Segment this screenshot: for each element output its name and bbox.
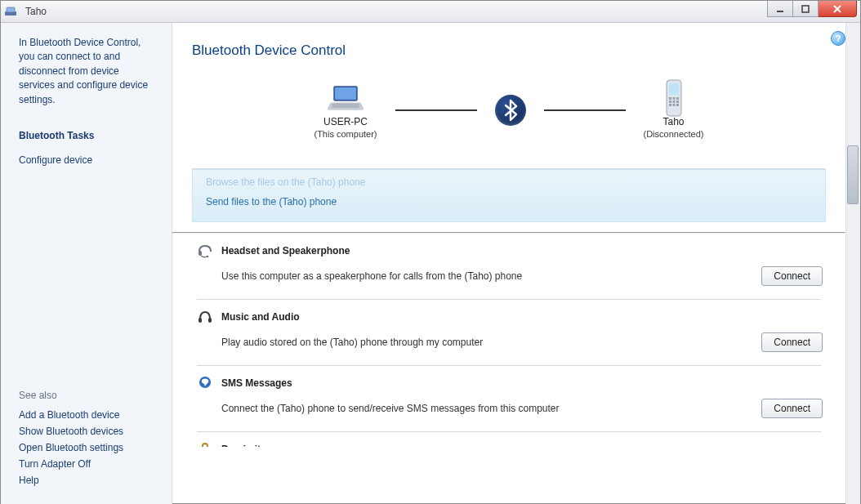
- maximize-button[interactable]: [793, 1, 819, 17]
- seealso-show-devices[interactable]: Show Bluetooth devices: [19, 426, 157, 437]
- headphones-icon: [197, 310, 213, 324]
- svg-rect-8: [669, 83, 679, 95]
- close-button[interactable]: [819, 1, 857, 17]
- window-title: Taho: [25, 6, 47, 17]
- service-proximity: Proximity Use the (Taho) as a proximity …: [192, 442, 826, 447]
- separator: [197, 431, 821, 432]
- scrollbar-track[interactable]: [845, 23, 860, 504]
- sidebar-link-configure[interactable]: Configure device: [19, 154, 157, 166]
- sidebar-section-tasks: Bluetooth Tasks: [19, 130, 157, 141]
- connection-diagram: USER-PC (This computer): [192, 78, 826, 158]
- svg-rect-2: [777, 11, 783, 12]
- seealso-add-device[interactable]: Add a Bluetooth device: [19, 409, 157, 421]
- connect-headset-button[interactable]: Connect: [761, 266, 823, 286]
- sidebar-intro: In Bluetooth Device Control, you can con…: [19, 36, 157, 107]
- service-music-title: Music and Audio: [221, 311, 300, 323]
- seealso-turn-adapter-off[interactable]: Turn Adapter Off: [19, 458, 157, 470]
- content-scroll: Bluetooth Device Control: [172, 23, 860, 504]
- sidebar: In Bluetooth Device Control, you can con…: [1, 23, 172, 504]
- svg-rect-3: [802, 6, 809, 12]
- svg-point-18: [199, 251, 202, 256]
- services-area: Browse the files on the (Taho) phone Sen…: [172, 169, 845, 447]
- service-sms-title: SMS Messages: [221, 377, 292, 389]
- local-computer-node: USER-PC (This computer): [314, 82, 377, 139]
- window-body: In Bluetooth Device Control, you can con…: [1, 23, 860, 504]
- svg-rect-14: [676, 100, 679, 103]
- sms-icon: [197, 376, 213, 390]
- window-icon: [4, 5, 17, 18]
- svg-point-19: [207, 256, 209, 258]
- connect-sms-button[interactable]: Connect: [761, 399, 823, 418]
- service-music: Music and Audio Play audio stored on the…: [192, 310, 826, 362]
- seealso-title: See also: [19, 390, 157, 401]
- window-frame: Taho In Bluetooth Device Control, you ca…: [0, 0, 861, 504]
- local-name: USER-PC: [323, 116, 368, 127]
- svg-rect-5: [335, 87, 356, 100]
- browse-files-link[interactable]: Browse the files on the (Taho) phone: [206, 172, 812, 192]
- service-music-desc: Play audio stored on the (Taho) phone th…: [221, 337, 748, 348]
- laptop-icon: [326, 82, 365, 114]
- svg-rect-10: [672, 97, 675, 100]
- page-title: Bluetooth Device Control: [192, 42, 826, 59]
- svg-rect-13: [672, 100, 675, 103]
- svg-rect-20: [199, 318, 202, 323]
- service-proximity-title: Proximity: [221, 444, 266, 447]
- lock-icon: [197, 442, 213, 447]
- minimize-button[interactable]: [767, 1, 793, 17]
- service-sms-desc: Connect the (Taho) phone to send/receive…: [221, 403, 748, 414]
- service-headset: Headset and Speakerphone Use this comput…: [192, 243, 826, 296]
- titlebar[interactable]: Taho: [1, 1, 860, 23]
- separator: [172, 232, 845, 234]
- local-sub: (This computer): [314, 129, 377, 139]
- connection-line-left: [395, 109, 477, 111]
- connect-music-button[interactable]: Connect: [761, 332, 823, 352]
- svg-rect-11: [676, 97, 679, 100]
- svg-rect-17: [676, 104, 679, 106]
- remote-sub: (Disconnected): [644, 129, 704, 139]
- separator: [197, 365, 821, 366]
- service-headset-desc: Use this computer as a speakerphone for …: [221, 270, 748, 282]
- svg-rect-6: [332, 103, 359, 108]
- separator: [197, 299, 821, 300]
- svg-rect-1: [7, 7, 15, 12]
- scrollbar-thumb[interactable]: [847, 145, 859, 204]
- svg-rect-21: [208, 318, 212, 323]
- service-sms: SMS Messages Connect the (Taho) phone to…: [192, 376, 826, 428]
- main-pane: ? Bluetooth Device Control: [172, 23, 860, 504]
- window-controls: [767, 1, 857, 17]
- svg-rect-15: [669, 104, 671, 106]
- remote-name: Taho: [662, 116, 684, 127]
- send-files-link[interactable]: Send files to the (Taho) phone: [206, 192, 812, 212]
- remote-device-node: Taho (Disconnected): [644, 82, 704, 139]
- phone-icon: [654, 82, 694, 114]
- headset-icon: [197, 243, 213, 258]
- connection-line-right: [544, 109, 626, 111]
- sidebar-seealso: See also Add a Bluetooth device Show Blu…: [19, 390, 157, 491]
- svg-rect-12: [669, 100, 671, 103]
- bluetooth-icon: [495, 95, 526, 126]
- seealso-help[interactable]: Help: [19, 475, 157, 486]
- svg-rect-9: [669, 97, 671, 100]
- svg-rect-16: [672, 104, 675, 106]
- file-actions-group: Browse the files on the (Taho) phone Sen…: [192, 169, 826, 222]
- header-area: Bluetooth Device Control: [172, 23, 845, 168]
- seealso-open-settings[interactable]: Open Bluetooth settings: [19, 442, 157, 453]
- service-headset-title: Headset and Speakerphone: [221, 245, 350, 256]
